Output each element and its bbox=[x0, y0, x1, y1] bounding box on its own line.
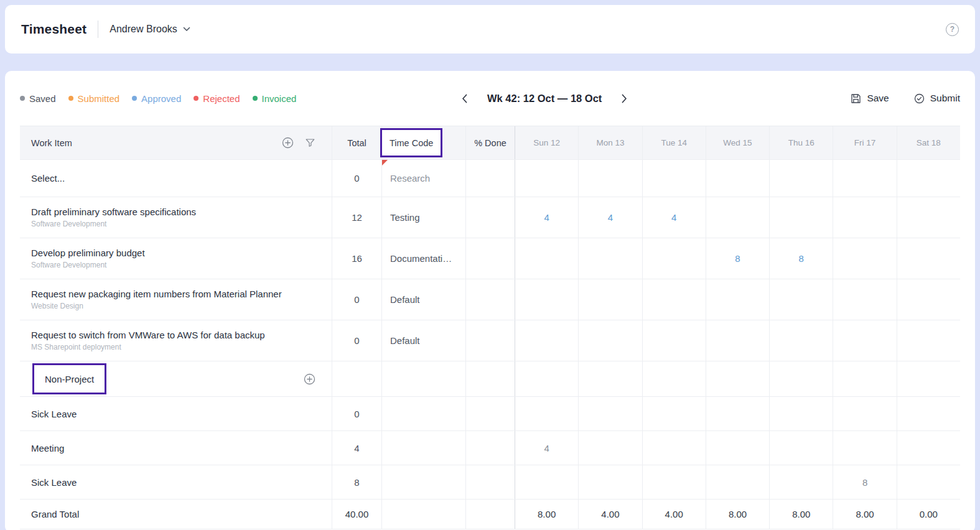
day-cell-wed-15[interactable] bbox=[706, 431, 769, 465]
time-code-cell[interactable]: Documentati… bbox=[381, 238, 465, 279]
day-cell-sun-12[interactable] bbox=[515, 160, 578, 197]
day-cell-mon-13[interactable] bbox=[578, 397, 642, 430]
user-selector[interactable]: Andrew Brooks bbox=[110, 24, 190, 35]
total-cell: 0 bbox=[332, 397, 381, 430]
day-cell-sat-18[interactable] bbox=[897, 238, 960, 279]
day-cell-tue-14[interactable] bbox=[642, 397, 706, 430]
chevron-right-icon bbox=[622, 94, 627, 103]
day-cell-sat-18[interactable] bbox=[897, 465, 960, 499]
legend-label-submitted: Submitted bbox=[78, 93, 120, 104]
day-cell-thu-16[interactable]: 8 bbox=[769, 238, 833, 279]
work-item-project: Website Design bbox=[31, 302, 282, 310]
day-cell-fri-17 bbox=[833, 361, 896, 396]
percent-done-cell bbox=[465, 500, 515, 529]
total-cell: 4 bbox=[332, 431, 381, 465]
day-cell-thu-16[interactable] bbox=[769, 397, 833, 430]
total-cell: 0 bbox=[332, 160, 381, 197]
day-cell-fri-17[interactable] bbox=[833, 431, 896, 465]
day-cell-thu-16[interactable] bbox=[769, 320, 833, 361]
day-cell-fri-17[interactable] bbox=[833, 397, 896, 430]
day-cell-thu-16[interactable] bbox=[769, 197, 833, 238]
time-code-cell[interactable]: Default bbox=[381, 320, 465, 361]
day-cell-wed-15[interactable] bbox=[706, 320, 769, 361]
total-cell: 40.00 bbox=[332, 500, 381, 529]
section-header-row: Non-Project bbox=[20, 361, 960, 397]
percent-done-cell[interactable] bbox=[465, 279, 515, 320]
day-cell-mon-13[interactable]: 4 bbox=[578, 197, 642, 238]
day-cell-fri-17[interactable] bbox=[833, 320, 896, 361]
day-cell-wed-15[interactable] bbox=[706, 397, 769, 430]
day-cell-sat-18[interactable] bbox=[897, 279, 960, 320]
work-item-cell[interactable]: Select... bbox=[20, 160, 332, 197]
day-cell-wed-15[interactable] bbox=[706, 279, 769, 320]
day-cell-mon-13[interactable] bbox=[578, 238, 642, 279]
work-item-text: Meeting bbox=[31, 443, 64, 453]
save-button[interactable]: Save bbox=[851, 93, 889, 104]
time-code-header-label: Time Code bbox=[390, 138, 433, 148]
day-cell-tue-14[interactable] bbox=[642, 320, 706, 361]
day-cell-sun-12[interactable] bbox=[515, 397, 578, 430]
day-cell-sun-12[interactable] bbox=[515, 238, 578, 279]
day-cell-mon-13[interactable] bbox=[578, 465, 642, 499]
day-cell-tue-14[interactable] bbox=[642, 160, 706, 197]
day-cell-sat-18[interactable] bbox=[897, 431, 960, 465]
day-cell-tue-14[interactable] bbox=[642, 238, 706, 279]
day-cell-thu-16[interactable] bbox=[769, 431, 833, 465]
day-cell-mon-13[interactable] bbox=[578, 160, 642, 197]
percent-done-cell[interactable] bbox=[465, 197, 515, 238]
day-cell-mon-13[interactable] bbox=[578, 279, 642, 320]
prev-week-button[interactable] bbox=[459, 91, 470, 106]
day-cell-wed-15[interactable] bbox=[706, 197, 769, 238]
title-divider bbox=[98, 21, 98, 38]
day-cell-mon-13[interactable] bbox=[578, 431, 642, 465]
submit-button[interactable]: Submit bbox=[914, 93, 960, 104]
filter-icon[interactable] bbox=[305, 137, 315, 148]
day-cell-tue-14[interactable] bbox=[642, 279, 706, 320]
work-item-text: Select... bbox=[31, 173, 65, 184]
day-cell-fri-17[interactable]: 8 bbox=[833, 465, 896, 499]
day-cell-wed-15 bbox=[706, 361, 769, 396]
day-cell-thu-16[interactable] bbox=[769, 160, 833, 197]
help-button[interactable]: ? bbox=[946, 23, 959, 36]
day-cell-fri-17[interactable] bbox=[833, 238, 896, 279]
day-cell-sun-12[interactable]: 4 bbox=[515, 197, 578, 238]
day-cell-sun-12[interactable] bbox=[515, 320, 578, 361]
percent-done-cell[interactable] bbox=[465, 238, 515, 279]
week-label: Wk 42: 12 Oct — 18 Oct bbox=[487, 93, 602, 105]
day-cell-thu-16[interactable] bbox=[769, 279, 833, 320]
work-item-cell: Meeting bbox=[20, 431, 332, 465]
day-cell-tue-14[interactable] bbox=[642, 431, 706, 465]
percent-done-cell[interactable] bbox=[465, 160, 515, 197]
legend-item-submitted: Submitted bbox=[68, 93, 120, 104]
next-week-button[interactable] bbox=[619, 91, 630, 106]
grand-total-label: Grand Total bbox=[31, 509, 79, 519]
day-cell-sun-12[interactable]: 4 bbox=[515, 431, 578, 465]
day-cell-sat-18[interactable] bbox=[897, 197, 960, 238]
day-cell-sat-18[interactable] bbox=[897, 320, 960, 361]
day-cell-wed-15[interactable]: 8 bbox=[706, 238, 769, 279]
day-cell-tue-14: 4.00 bbox=[642, 500, 706, 529]
time-code-cell[interactable]: Research bbox=[381, 160, 465, 197]
time-code-cell[interactable]: Default bbox=[381, 279, 465, 320]
day-cell-tue-14[interactable]: 4 bbox=[642, 197, 706, 238]
table-header-row: Work Item Total Time Code bbox=[20, 126, 960, 160]
day-cell-sat-18[interactable] bbox=[897, 397, 960, 430]
work-item-title: Draft preliminary software specification… bbox=[31, 207, 196, 217]
day-cell-mon-13[interactable] bbox=[578, 320, 642, 361]
day-cell-sat-18[interactable] bbox=[897, 160, 960, 197]
day-cell-fri-17[interactable] bbox=[833, 197, 896, 238]
day-cell-fri-17[interactable] bbox=[833, 160, 896, 197]
total-header-cell: Total bbox=[332, 126, 381, 159]
add-work-item-icon[interactable] bbox=[282, 137, 294, 149]
day-cell-thu-16[interactable] bbox=[769, 465, 833, 499]
day-cell-wed-15[interactable] bbox=[706, 465, 769, 499]
day-cell-sun-12[interactable] bbox=[515, 465, 578, 499]
day-cell-tue-14[interactable] bbox=[642, 465, 706, 499]
add-entry-icon[interactable] bbox=[304, 373, 315, 385]
time-code-cell[interactable]: Testing bbox=[381, 197, 465, 238]
work-item-text: Sick Leave bbox=[31, 477, 77, 488]
percent-done-cell[interactable] bbox=[465, 320, 515, 361]
day-cell-wed-15[interactable] bbox=[706, 160, 769, 197]
day-cell-fri-17[interactable] bbox=[833, 279, 896, 320]
day-cell-sun-12[interactable] bbox=[515, 279, 578, 320]
